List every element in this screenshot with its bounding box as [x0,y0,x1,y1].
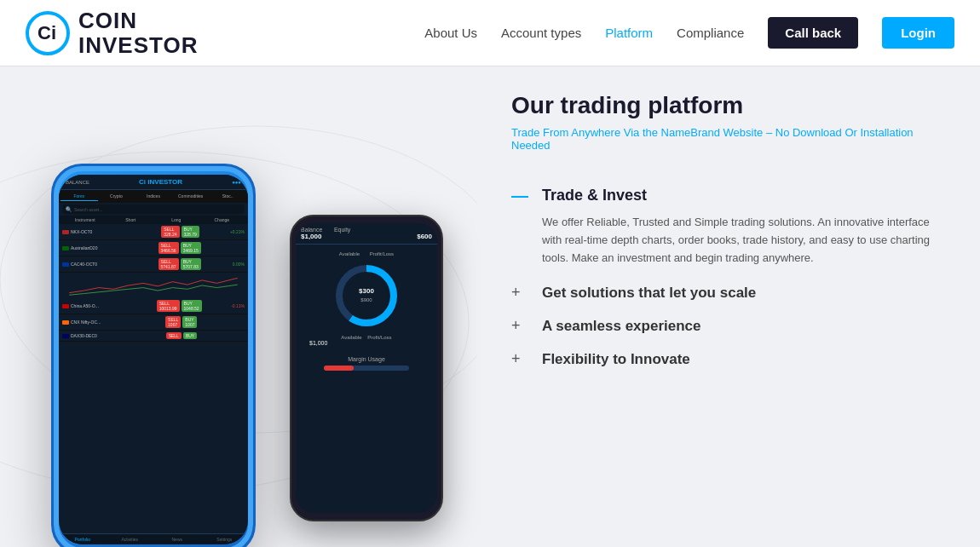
sell-button[interactable]: SELL5741.87 [159,258,179,270]
instrument-name: China A50-O... [71,303,157,308]
balance-label: BALANCE [66,180,89,185]
instrument-name: DAX30-DEC0 [71,333,166,338]
page-title: Our trading platform [511,92,946,119]
secondary-header: Balance Equity $1,000 $600 [296,223,437,245]
nav-settings[interactable]: Settings [201,537,249,542]
flag-icon [62,262,69,267]
svg-rect-10 [324,366,354,371]
feature-title-trade: Trade & Invest [542,187,647,204]
main-content: BALANCE Ci INVESTOR ●●● Forex Crypto Ind… [0,66,980,547]
signal-icon: ●●● [232,180,241,185]
sell-button[interactable]: SELL [166,332,182,339]
flag-icon [62,246,69,250]
instrument-name: CNX Nifty-OC... [71,320,165,325]
buy-button[interactable]: BUY1007 [182,316,197,328]
logo: Ci COIN INVESTOR [26,9,198,57]
search-icon: 🔍 [66,206,72,212]
col-short: Short [108,217,154,222]
plus-icon-scale: + [511,284,528,302]
nav-about[interactable]: About Us [424,26,477,40]
sell-button[interactable]: SELL3466.56 [159,242,179,254]
nav-compliance[interactable]: Compliance [677,26,744,40]
flag-icon [62,334,69,338]
equity-val: $600 [417,233,432,240]
table-header: Instrument Short Long Change [59,216,248,224]
avail-val: $1,000 [309,340,327,346]
login-button[interactable]: Login [882,17,954,49]
table-row: AustralianD20 SELL3466.56 BUY3469.15 [59,240,248,256]
buy-button[interactable]: BUY5707.83 [181,258,201,270]
logo-icon: Ci [26,11,70,55]
svg-point-6 [346,275,387,316]
buy-button[interactable]: BUY3469.15 [181,242,201,254]
feature-scale[interactable]: + Get solutions that let you scale [511,284,946,302]
phones-section: BALANCE Ci INVESTOR ●●● Forex Crypto Ind… [0,66,477,547]
flag-icon [62,230,69,234]
col-instrument: Instrument [62,217,108,222]
logo-text: COIN INVESTOR [78,9,198,57]
search-bar: 🔍 Search asset... [62,204,245,214]
nav-account-types[interactable]: Account types [501,26,581,40]
nav-news[interactable]: News [153,537,201,542]
gauge-svg: $300 $900 [332,262,401,330]
nav-activities[interactable]: Activities [107,537,154,542]
plus-icon-seamless: + [511,317,528,335]
change-value: -0.11% [202,303,245,308]
margin-usage-section: Margin Usage [296,353,437,381]
buy-button[interactable]: BUY328.79 [182,226,199,238]
tab-commodities[interactable]: Commodities [172,192,210,201]
page-subtitle: Trade From Anywhere Via the NameBrand We… [511,126,946,152]
tab-forex[interactable]: Forex [61,192,98,201]
sell-button[interactable]: SELL328.24 [161,226,179,238]
content-section: Our trading platform Trade From Anywhere… [477,66,980,547]
gauge-wrapper: $300 $900 [332,262,401,330]
mini-chart [59,273,248,298]
logo-coin: COIN [78,9,198,33]
tab-indices[interactable]: Indices [135,192,172,201]
svg-text:$900: $900 [360,297,372,302]
plus-icon-flexibility: + [511,350,528,368]
table-row: CNX Nifty-OC... SELL1007 BUY1007 [59,314,248,331]
feature-flexibility[interactable]: + Flexibility to Innovate [511,350,946,368]
feature-seamless[interactable]: + A seamless experience [511,317,946,335]
phone-container: BALANCE Ci INVESTOR ●●● Forex Crypto Ind… [0,138,477,547]
change-value: 0.00% [201,262,245,267]
logo-investor: INVESTOR [78,33,198,58]
flag-icon [62,320,69,325]
dash-icon: — [511,186,528,205]
svg-text:Ci: Ci [37,22,56,43]
buy-button[interactable]: BUY1048.52 [182,300,202,312]
phone-screen-main: BALANCE Ci INVESTOR ●●● Forex Crypto Ind… [59,175,248,544]
nav-portfolio[interactable]: Portfolio [59,537,107,542]
table-row: DAX30-DEC0 SELL BUY [59,331,248,342]
avail-values: $1,000 [303,340,430,346]
phone-bottom-nav: Portfolio Activities News Settings [59,533,248,544]
balance-val: $1,000 [301,233,321,240]
phone-screen-secondary: Balance Equity $1,000 $600 Available Pro… [296,223,437,513]
svg-text:$300: $300 [359,287,374,295]
tab-stocks[interactable]: Stoc.. [209,192,246,201]
balance-label-2: Balance Equity [301,227,432,233]
sell-button[interactable]: SELL10013.99 [157,300,180,312]
gauge-area: Available Profit/Loss $300 $900 [296,245,437,353]
nav-platform[interactable]: Platform [605,26,653,40]
sell-button[interactable]: SELL1007 [165,316,181,328]
phone-main: BALANCE Ci INVESTOR ●●● Forex Crypto Ind… [51,164,256,547]
app-header: BALANCE Ci INVESTOR ●●● [59,175,248,190]
feature-title-scale: Get solutions that let you scale [542,285,756,302]
change-value: +0.21% [199,229,245,234]
table-row: CAC40-OCT0 SELL5741.87 BUY5707.83 0.00% [59,256,248,273]
col-change: Change [199,217,245,222]
tab-crypto[interactable]: Crypto [98,192,135,201]
table-row: NKX-OCT0 SELL328.24 BUY328.79 +0.21% [59,224,248,240]
buy-button[interactable]: BUY [183,332,197,339]
feature-title-seamless: A seamless experience [542,318,701,335]
header: Ci COIN INVESTOR About Us Account types … [0,0,980,66]
feature-trade-invest: — Trade & Invest We offer Reliable, Trus… [511,186,946,267]
tab-bar: Forex Crypto Indices Commodities Stoc.. [59,190,248,203]
feature-header-active[interactable]: — Trade & Invest [511,186,946,205]
search-placeholder: Search asset... [74,207,102,212]
feature-description-trade: We offer Reliable, Trusted and Simple tr… [511,214,946,267]
navigation: About Us Account types Platform Complian… [424,17,954,49]
callbackbutton[interactable]: Call back [768,17,858,49]
